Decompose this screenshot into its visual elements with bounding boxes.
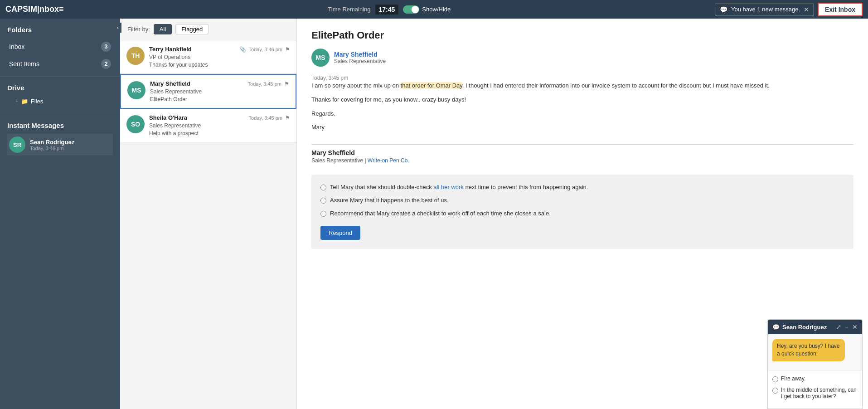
chat-close-icon[interactable]: ✕ [852,323,858,331]
toggle-switch[interactable] [403,5,419,14]
timer-display: 17:45 [375,5,399,15]
meta-mary: Today, 3:45 pm ⚑ [248,81,289,87]
signature-role: Sales Representative | Write-on Pen Co. [311,157,853,164]
body-para-4: Mary [311,123,853,132]
flag-icon-sheila: ⚑ [285,115,290,121]
role-sheila: Sales Representative [149,122,290,129]
filter-bar: Filter by: All Flagged [120,19,296,40]
chat-header: 💬 Sean Rodriguez ⤢ − ✕ [768,320,862,334]
chat-panel: 💬 Sean Rodriguez ⤢ − ✕ Hey, are you busy… [767,319,863,409]
avatar-sheila: SO [126,115,145,133]
topbar: CAPSIM|nbox≡ Time Remaining 17:45 Show/H… [0,0,868,19]
email-header-terry: Terry Hankfield 📎 Today, 3:46 pm ⚑ [149,46,290,53]
show-hide-toggle[interactable]: Show/Hide [403,5,451,14]
drive-files-item[interactable]: └ 📁 Files [7,96,113,107]
role-terry: VP of Operations [149,54,290,60]
chat-responses: Fire away. In the middle of something, c… [768,370,862,409]
sender-terry: Terry Hankfield [149,46,192,53]
sidebar: ‹ Folders Inbox 3 Sent Items 2 Drive └ 📁… [0,19,120,409]
sender-detail-info: Mary Sheffield Sales Representative [334,51,386,64]
chat-header-name: Sean Rodriguez [782,324,827,331]
sent-badge: 2 [101,59,111,69]
response-radio-2[interactable] [320,198,326,204]
topbar-center: Time Remaining 17:45 Show/Hide [328,5,451,15]
exit-inbox-button[interactable]: Exit Inbox [818,3,863,16]
response-label-2: Assure Mary that it happens to the best … [330,197,449,204]
response-label-1: Tell Mary that she should double-check a… [330,184,588,190]
role-mary: Sales Representative [150,88,289,95]
main-layout: ‹ Folders Inbox 3 Sent Items 2 Drive └ 📁… [0,19,868,409]
filter-flagged-button[interactable]: Flagged [175,24,209,34]
inbox-badge: 3 [101,42,111,52]
drive-title: Drive [7,84,113,92]
chat-bubble-message: Hey, are you busy? I have a quick questi… [772,339,845,361]
sender-detail-role: Sales Representative [334,58,386,64]
signature-name: Mary Sheffield [311,149,853,156]
chat-radio-1[interactable] [772,376,778,382]
chat-response-1[interactable]: Fire away. [772,375,858,382]
email-list-panel: Filter by: All Flagged TH Terry Hankfiel… [120,19,297,409]
chat-response-2[interactable]: In the middle of something, can I get ba… [772,387,858,399]
chat-icon: 💬 [720,6,727,13]
email-item-sheila[interactable]: SO Sheila O'Hara Today, 3:45 pm ⚑ Sales … [120,109,296,142]
notification-text: You have 1 new message. [731,6,800,13]
flag-icon-mary: ⚑ [284,81,289,87]
sidebar-toggle-button[interactable]: ‹ [114,23,121,33]
response-option-1[interactable]: Tell Mary that she should double-check a… [320,184,844,190]
inbox-label: Inbox [9,43,24,50]
response-option-2[interactable]: Assure Mary that it happens to the best … [320,197,844,204]
sender-mary: Mary Sheffield [150,80,190,87]
body-para-1: I am so sorry about the mix up on that o… [311,81,853,91]
subject-terry: Thanks for your updates [149,62,290,68]
im-title: Instant Messages [7,122,113,129]
email-content-terry: Terry Hankfield 📎 Today, 3:46 pm ⚑ VP of… [149,46,290,68]
email-signature: Mary Sheffield Sales Representative | Wr… [311,144,853,164]
response-radio-3[interactable] [320,211,326,217]
folders-title: Folders [7,26,113,34]
chat-bubble-icon: 💬 [772,324,780,331]
email-header-sheila: Sheila O'Hara Today, 3:45 pm ⚑ [149,114,290,121]
subject-mary: ElitePath Order [150,96,289,102]
sender-detail-name: Mary Sheffield [334,51,386,58]
attachment-icon: 📎 [239,46,246,53]
email-content-sheila: Sheila O'Hara Today, 3:45 pm ⚑ Sales Rep… [149,114,290,136]
im-item-sean[interactable]: SR Sean Rodriguez Today, 3:46 pm [7,134,113,156]
drive-section: Drive └ 📁 Files [0,76,120,114]
avatar-mary: MS [127,81,145,99]
filter-all-button[interactable]: All [154,24,172,34]
response-radio-1[interactable] [320,185,326,190]
drive-indent: └ [15,99,18,104]
folders-section: Folders Inbox 3 Sent Items 2 [0,19,120,76]
files-label: Files [31,98,43,105]
filter-label: Filter by: [127,26,150,33]
instant-messages-section: Instant Messages SR Sean Rodriguez Today… [0,114,120,163]
subject-sheila: Help with a prospect [149,130,290,136]
topbar-right: 💬 You have 1 new message. ✕ Exit Inbox [715,3,863,16]
im-info-sean: Sean Rodriguez Today, 3:46 pm [30,139,74,151]
chat-response-label-1: Fire away. [781,375,805,382]
chat-minimize-icon[interactable]: − [845,323,849,331]
body-para-2: Thanks for covering for me, as you know.… [311,95,853,105]
im-avatar-sr: SR [9,136,25,153]
time-remaining-label: Time Remaining [328,6,370,13]
notification-close-icon[interactable]: ✕ [804,6,809,13]
flag-icon-terry: ⚑ [285,46,290,53]
signature-company: Write-on Pen Co. [368,157,409,164]
email-item-mary[interactable]: MS Mary Sheffield Today, 3:45 pm ⚑ Sales… [120,74,296,109]
email-sender-row: MS Mary Sheffield Sales Representative [311,49,853,67]
email-item-terry[interactable]: TH Terry Hankfield 📎 Today, 3:46 pm ⚑ VP… [120,40,296,74]
sidebar-item-sent[interactable]: Sent Items 2 [7,55,113,73]
chat-expand-icon[interactable]: ⤢ [836,323,841,331]
email-content-mary: Mary Sheffield Today, 3:45 pm ⚑ Sales Re… [150,80,289,102]
im-time-sean: Today, 3:46 pm [30,146,74,151]
avatar-terry: TH [126,47,145,65]
sender-sheila: Sheila O'Hara [149,114,187,121]
notification-bar: 💬 You have 1 new message. ✕ [715,4,814,15]
chat-radio-2[interactable] [772,388,778,394]
response-option-3[interactable]: Recommend that Mary creates a checklist … [320,210,844,217]
response-area: Tell Mary that she should double-check a… [311,175,853,249]
sidebar-item-inbox[interactable]: Inbox 3 [7,38,113,55]
respond-button[interactable]: Respond [320,226,360,240]
topbar-left: CAPSIM|nbox≡ [5,5,64,14]
chat-response-label-2: In the middle of something, can I get ba… [781,387,858,399]
